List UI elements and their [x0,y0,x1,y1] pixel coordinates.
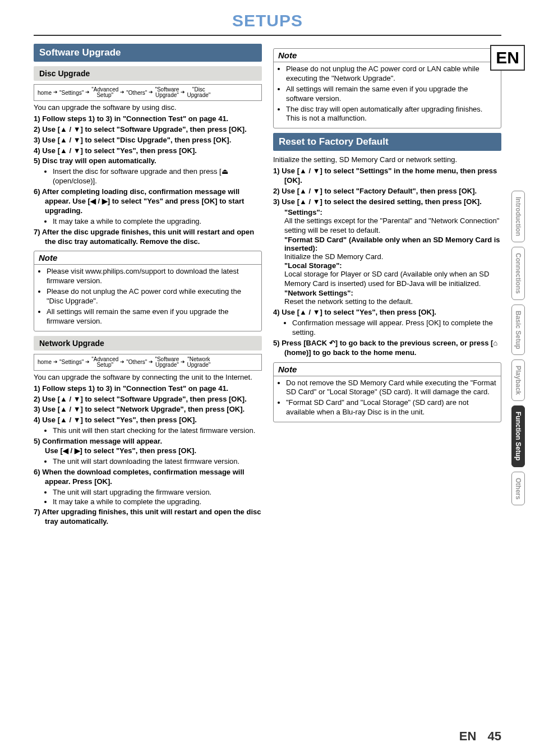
reset-header: Reset to Factory Default [273,133,501,151]
step: 6) When the download completes, confirma… [34,468,262,487]
step: 6) After completing loading disc, confir… [34,187,262,216]
tab-introduction[interactable]: Introduction [511,191,525,242]
note-item: Please do not unplug the AC power cord w… [47,287,257,306]
step: 2) Use [▲ / ▼] to select "Software Upgra… [34,125,262,135]
step: 1) Follow steps 1) to 3) in "Connection … [34,114,262,124]
side-tabs: Introduction Connections Basic Setup Pla… [511,191,525,505]
net-breadcrumb: home ➔ "Settings" ➔ "AdvancedSetup" ➔ "O… [34,354,262,371]
arrow-icon: ➔ [85,359,90,365]
substep: The unit will start upgrading the firmwa… [53,488,262,497]
crumb-sw2: Upgrade" [155,93,179,98]
settings-label: "Settings": [284,208,501,216]
crumb-disc2: Upgrade" [187,93,210,98]
substep: It may take a while to complete the upgr… [53,497,262,507]
step: 1) Use [▲ / ▼] to select "Settings" in t… [273,167,501,186]
note-item: Do not remove the SD Memory Card while e… [286,379,496,398]
arrow-icon: ➔ [148,359,154,365]
arrow-icon: ➔ [53,90,58,95]
format-sd-label: "Format SD Card" (Available only when an… [284,236,501,252]
disc-upgrade-header: Disc Upgrade [34,66,262,81]
tab-playback[interactable]: Playback [511,359,525,401]
note-title: Note [34,251,261,265]
arrow-icon: ➔ [119,359,125,365]
note-title: Note [274,49,501,62]
substep: Insert the disc for software upgrade and… [53,167,262,186]
local-storage-desc: Local storage for Player or SD card (Ava… [284,270,501,289]
crumb: Upgrade" [155,362,179,368]
substep: This unit will then start checking for t… [53,426,262,436]
reset-note-box: Note Do not remove the SD Memory Card wh… [273,362,501,423]
crumb-adv2: Setup" [96,93,113,98]
step: 4) Use [▲ / ▼] to select "Yes", then pre… [273,308,501,317]
crumb-settings: "Settings" [59,359,84,365]
network-settings-label: "Network Settings": [284,289,501,297]
reset-intro: Initialize the setting, SD Memory Card o… [273,155,501,165]
crumb-home: home [38,90,52,96]
crumb: Setup" [96,362,113,368]
right-column: Note Please do not unplug the AC power c… [273,44,501,528]
disc-note-box: Note Please visit www.philips.com/suppor… [34,251,262,331]
crumb-settings: "Settings" [59,90,84,96]
step: 7) After upgrading finishes, this unit w… [34,508,262,527]
arrow-icon: ➔ [53,359,58,365]
crumb-others: "Others" [126,359,147,365]
language-badge: EN [490,45,525,71]
step: 7) After the disc upgrade finishes, this… [34,228,262,247]
tab-function-setup[interactable]: Function Setup [511,405,525,467]
arrow-icon: ➔ [85,90,90,95]
page-footer: EN 45 [459,729,501,744]
left-column: Software Upgrade Disc Upgrade home ➔ "Se… [34,44,262,528]
step: 3) Use [▲ / ▼] to select "Disc Upgrade",… [34,136,262,145]
substep: It may take a while to complete the upgr… [53,217,262,227]
format-sd-desc: Initialize the SD Memory Card. [284,252,501,262]
note-item: "Format SD Card" and "Local Storage" (SD… [286,398,496,417]
note-title: Note [274,363,501,376]
local-storage-label: "Local Storage": [284,261,501,270]
step: 3) Use [▲ / ▼] to select "Network Upgrad… [34,405,262,414]
arrow-icon: ➔ [180,90,186,95]
crumb-others: "Others" [126,90,147,96]
disc-intro: You can upgrade the software by using di… [34,103,262,113]
disc-breadcrumb: home ➔ "Settings" ➔ "AdvancedSetup" ➔ "O… [34,84,262,101]
settings-desc: All the settings except for the "Parenta… [284,216,501,236]
footer-lang: EN [459,729,477,743]
network-settings-desc: Reset the network setting to the default… [284,297,501,307]
note-item: Please visit www.philips.com/support to … [47,267,257,286]
network-upgrade-header: Network Upgrade [34,336,262,351]
software-upgrade-header: Software Upgrade [34,44,262,62]
tab-others[interactable]: Others [511,472,525,506]
step: 5) Confirmation message will appear.Use … [34,437,262,456]
substep: Confirmation message will appear. Press … [292,319,501,338]
step: 2) Use [▲ / ▼] to select "Software Upgra… [34,395,262,404]
note-item: All settings will remain the same even i… [286,85,496,104]
divider [34,35,501,36]
crumb: Upgrade" [187,362,210,368]
arrow-icon: ➔ [180,359,186,365]
crumb-home: home [38,359,52,365]
note-item: The disc tray will open automatically af… [286,105,496,124]
step: 1) Follow steps 1) to 3) in "Connection … [34,384,262,394]
page-title: SETUPS [34,11,501,30]
tab-basic-setup[interactable]: Basic Setup [511,305,525,356]
step: 5) Press [BACK ↶] to go back to the prev… [273,339,501,358]
network-note-box: Note Please do not unplug the AC power c… [273,48,501,128]
step: 2) Use [▲ / ▼] to select "Factory Defaul… [273,187,501,196]
tab-connections[interactable]: Connections [511,247,525,300]
step: 3) Use [▲ / ▼] to select the desired set… [273,197,501,207]
note-item: All settings will remain the same even i… [47,307,257,326]
step: 5) Disc tray will open automatically. [34,156,262,166]
arrow-icon: ➔ [119,90,125,95]
step: 4) Use [▲ / ▼] to select "Yes", then pre… [34,416,262,425]
note-item: Please do not unplug the AC power cord o… [286,64,496,84]
footer-page-number: 45 [488,729,501,743]
arrow-icon: ➔ [148,90,154,95]
substep: The unit will start downloading the late… [53,457,262,467]
net-intro: You can upgrade the software by connecti… [34,373,262,382]
step: 4) Use [▲ / ▼] to select "Yes", then pre… [34,146,262,156]
